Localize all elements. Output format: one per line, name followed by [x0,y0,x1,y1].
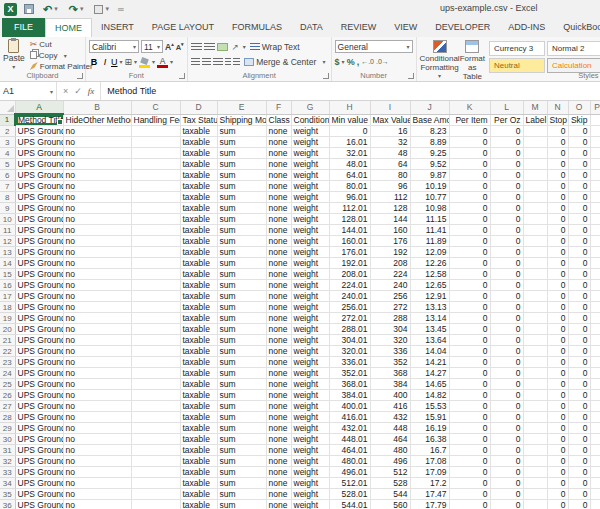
clipboard-dialog-launcher[interactable] [77,73,83,79]
cell-J16[interactable]: 12.65 [410,280,449,291]
tab-view[interactable]: VIEW [385,18,426,37]
tab-add-ins[interactable]: ADD-INS [499,18,554,37]
cell-F14[interactable]: none [266,258,291,269]
cell-N11[interactable]: 0 [547,225,568,236]
cell-P25[interactable] [590,379,600,390]
cell-E33[interactable]: sum [217,467,266,478]
cell-N24[interactable]: 0 [547,368,568,379]
cell-E19[interactable]: sum [217,313,266,324]
cell-A5[interactable]: UPS Ground [15,159,63,170]
row-header-9[interactable]: 9 [0,203,15,214]
cell-N2[interactable]: 0 [547,126,568,137]
cell-B22[interactable]: no [63,346,131,357]
cell-D7[interactable]: taxable [180,181,217,192]
row-header-18[interactable]: 18 [0,302,15,313]
cell-I25[interactable]: 384 [370,379,410,390]
cell-F16[interactable]: none [266,280,291,291]
row-header-20[interactable]: 20 [0,324,15,335]
cell-B8[interactable]: no [63,192,131,203]
cell-G30[interactable]: weight [291,434,329,445]
cell-K33[interactable]: 0 [449,467,490,478]
cell-M10[interactable] [523,214,547,225]
cell-H3[interactable]: 16.01 [329,137,370,148]
cell-O7[interactable]: 0 [568,181,590,192]
cell-C2[interactable] [131,126,180,137]
cell-F11[interactable]: none [266,225,291,236]
column-header-G[interactable]: G [291,101,329,114]
paste-button[interactable]: Paste ▾ [3,39,25,71]
cell-M28[interactable] [523,412,547,423]
cell-E17[interactable]: sum [217,291,266,302]
cell-I24[interactable]: 368 [370,368,410,379]
cell-M13[interactable] [523,247,547,258]
cell-G17[interactable]: weight [291,291,329,302]
cell-F28[interactable]: none [266,412,291,423]
cell-O11[interactable]: 0 [568,225,590,236]
cell-G20[interactable]: weight [291,324,329,335]
cell-H21[interactable]: 304.01 [329,335,370,346]
cell-F19[interactable]: none [266,313,291,324]
cell-N35[interactable]: 0 [547,489,568,500]
align-left-icon[interactable] [191,58,200,66]
italic-button[interactable]: I [101,57,109,67]
cell-J27[interactable]: 15.53 [410,401,449,412]
row-header-17[interactable]: 17 [0,291,15,302]
tab-file[interactable]: FILE [2,18,45,37]
cell-D18[interactable]: taxable [180,302,217,313]
cell-H14[interactable]: 192.01 [329,258,370,269]
cell-K15[interactable]: 0 [449,269,490,280]
cell-P11[interactable] [590,225,600,236]
cell-H9[interactable]: 112.01 [329,203,370,214]
cell-N9[interactable]: 0 [547,203,568,214]
tab-home[interactable]: HOME [45,18,92,37]
cell-A1[interactable]: Method Title [15,114,63,126]
cell-H34[interactable]: 512.01 [329,478,370,489]
cell-J28[interactable]: 15.91 [410,412,449,423]
style-currency-3[interactable]: Currency 3 [489,41,545,56]
cell-C24[interactable] [131,368,180,379]
cell-F35[interactable]: none [266,489,291,500]
cell-O12[interactable]: 0 [568,236,590,247]
row-header-30[interactable]: 30 [0,434,15,445]
cell-A3[interactable]: UPS Ground [15,137,63,148]
cell-N34[interactable]: 0 [547,478,568,489]
increase-font-button[interactable]: A▴ [165,41,174,52]
cell-I4[interactable]: 48 [370,148,410,159]
font-size-combo[interactable]: 11▾ [141,40,163,53]
cell-C6[interactable] [131,170,180,181]
cell-G25[interactable]: weight [291,379,329,390]
cell-E28[interactable]: sum [217,412,266,423]
cell-K4[interactable]: 0 [449,148,490,159]
cell-C18[interactable] [131,302,180,313]
cell-C15[interactable] [131,269,180,280]
cell-I15[interactable]: 224 [370,269,410,280]
cell-B24[interactable]: no [63,368,131,379]
column-header-L[interactable]: L [490,101,523,114]
cell-E31[interactable]: sum [217,445,266,456]
cell-A33[interactable]: UPS Ground [15,467,63,478]
cell-L15[interactable]: 0 [490,269,523,280]
cell-E13[interactable]: sum [217,247,266,258]
row-header-29[interactable]: 29 [0,423,15,434]
cell-I18[interactable]: 272 [370,302,410,313]
cell-E8[interactable]: sum [217,192,266,203]
cell-J26[interactable]: 14.82 [410,390,449,401]
cell-P22[interactable] [590,346,600,357]
row-header-28[interactable]: 28 [0,412,15,423]
cell-F36[interactable]: none [266,500,291,509]
cell-L21[interactable]: 0 [490,335,523,346]
cell-M15[interactable] [523,269,547,280]
cell-H23[interactable]: 336.01 [329,357,370,368]
cell-A31[interactable]: UPS Ground [15,445,63,456]
cell-L8[interactable]: 0 [490,192,523,203]
cell-D20[interactable]: taxable [180,324,217,335]
save-icon[interactable] [24,4,34,14]
row-header-3[interactable]: 3 [0,137,15,148]
row-header-24[interactable]: 24 [0,368,15,379]
cell-J14[interactable]: 12.26 [410,258,449,269]
cell-D11[interactable]: taxable [180,225,217,236]
cell-C32[interactable] [131,456,180,467]
cell-M3[interactable] [523,137,547,148]
cell-B2[interactable]: no [63,126,131,137]
cell-B12[interactable]: no [63,236,131,247]
